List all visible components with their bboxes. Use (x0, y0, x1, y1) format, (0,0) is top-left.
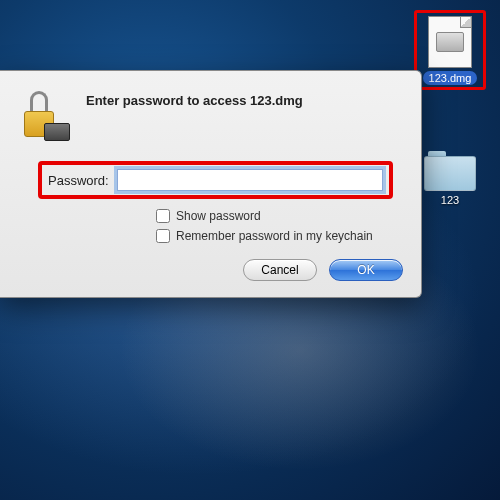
dmg-file-label: 123.dmg (423, 71, 478, 85)
lock-icon (18, 89, 70, 141)
disk-image-icon (436, 32, 464, 52)
ok-button[interactable]: OK (329, 259, 403, 281)
password-input[interactable] (117, 169, 383, 191)
remember-keychain-row[interactable]: Remember password in my keychain (156, 229, 403, 243)
dmg-document-icon (428, 16, 472, 68)
dialog-title: Enter password to access 123.dmg (86, 89, 303, 108)
remember-keychain-label: Remember password in my keychain (176, 229, 373, 243)
folder-label: 123 (441, 194, 459, 206)
dmg-highlight-annotation: 123.dmg (414, 10, 487, 90)
cancel-button[interactable]: Cancel (243, 259, 317, 281)
desktop-dmg-file[interactable]: 123.dmg (415, 10, 485, 90)
show-password-label: Show password (176, 209, 261, 223)
show-password-row[interactable]: Show password (156, 209, 403, 223)
password-label: Password: (48, 173, 109, 188)
remember-keychain-checkbox[interactable] (156, 229, 170, 243)
folder-icon (424, 151, 476, 191)
password-highlight-annotation: Password: (38, 161, 393, 199)
password-dialog: Enter password to access 123.dmg Passwor… (0, 70, 422, 298)
desktop-folder[interactable]: 123 (415, 145, 485, 206)
show-password-checkbox[interactable] (156, 209, 170, 223)
